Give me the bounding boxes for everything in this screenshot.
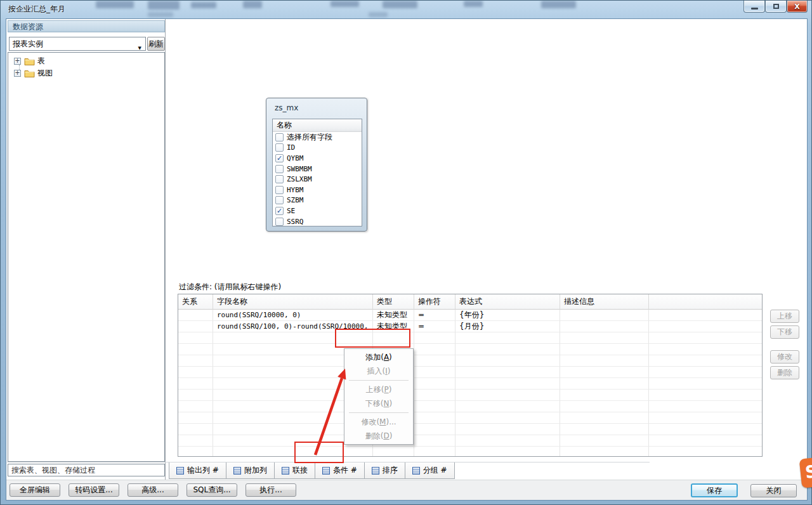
advanced-button[interactable]: 高级... bbox=[128, 483, 178, 497]
tab-sort[interactable]: 排序 bbox=[365, 462, 405, 479]
list-icon bbox=[176, 467, 184, 475]
fullscreen-edit-button[interactable]: 全屏编辑 bbox=[10, 483, 60, 497]
column-header[interactable]: 类型 bbox=[373, 294, 414, 310]
checkbox-checked-icon[interactable]: ✓ bbox=[275, 207, 284, 215]
table-cell bbox=[455, 344, 560, 355]
table-cell bbox=[649, 424, 762, 435]
tab-conditions[interactable]: 条件 # bbox=[315, 462, 365, 479]
filter-conditions-table[interactable]: 关系 字段名称 类型 操作符 表达式 描述信息 round(SSRQ/10000… bbox=[178, 294, 763, 457]
table-cell bbox=[455, 412, 560, 424]
table-cell bbox=[649, 355, 762, 367]
tab-label: 附加列 bbox=[244, 465, 267, 476]
table-cell bbox=[649, 367, 762, 378]
field-list-item[interactable]: ZSLXBM bbox=[273, 174, 362, 185]
maximize-button[interactable] bbox=[765, 1, 787, 13]
checkbox-unchecked-icon[interactable] bbox=[275, 218, 284, 226]
table-cell bbox=[649, 378, 762, 390]
tab-label: 分组 # bbox=[423, 465, 447, 476]
cell-description bbox=[560, 310, 649, 321]
tab-additional-columns[interactable]: 附加列 bbox=[226, 462, 275, 479]
table-cell bbox=[414, 390, 455, 401]
table-empty-row bbox=[178, 401, 762, 412]
cell-type: 未知类型 bbox=[373, 310, 414, 321]
column-header[interactable]: 描述信息 bbox=[560, 294, 649, 310]
field-list-item[interactable]: HYBM bbox=[273, 185, 362, 195]
field-label: 选择所有字段 bbox=[287, 132, 332, 143]
checkbox-unchecked-icon[interactable] bbox=[275, 133, 284, 141]
search-input[interactable] bbox=[8, 464, 165, 476]
expand-icon[interactable]: + bbox=[14, 58, 21, 65]
column-header[interactable]: 关系 bbox=[178, 294, 213, 310]
table-empty-row bbox=[178, 390, 762, 401]
table-cell bbox=[455, 390, 560, 401]
field-list-item[interactable]: SWBMBM bbox=[273, 164, 362, 174]
table-cell bbox=[414, 367, 455, 378]
execute-button[interactable]: 执行... bbox=[246, 483, 296, 497]
checkbox-unchecked-icon[interactable] bbox=[275, 165, 284, 173]
table-cell bbox=[560, 390, 649, 401]
sql-query-button[interactable]: SQL查询... bbox=[187, 483, 237, 497]
dropdown-value: 报表实例 bbox=[13, 39, 43, 48]
close-dialog-button[interactable]: 关闭 bbox=[750, 484, 797, 497]
tree-item-views[interactable]: + 视图 bbox=[8, 67, 164, 79]
table-cell bbox=[178, 332, 213, 344]
field-selector-panel[interactable]: zs_mx 名称 选择所有字段ID✓QYBMSWBMBMZSLXBMHYBMSZ… bbox=[266, 98, 367, 232]
checkbox-unchecked-icon[interactable] bbox=[275, 143, 284, 152]
datasource-dropdown[interactable]: 报表实例 ▼ bbox=[9, 37, 146, 51]
menu-item-move-down: 下移(N) bbox=[344, 397, 413, 410]
menu-separator bbox=[349, 412, 409, 413]
field-label: QYBM bbox=[287, 154, 304, 162]
checkbox-unchecked-icon[interactable] bbox=[275, 196, 284, 204]
table-row[interactable]: round(SSRQ/100, 0)-round(SSRQ/10000, 0..… bbox=[178, 321, 762, 332]
field-list-item[interactable]: SZBM bbox=[273, 195, 362, 206]
save-button[interactable]: 保存 bbox=[691, 483, 738, 497]
field-list[interactable]: 名称 选择所有字段ID✓QYBMSWBMBMZSLXBMHYBMSZBM✓SES… bbox=[272, 119, 362, 226]
expand-icon[interactable]: + bbox=[14, 70, 21, 77]
checkbox-checked-icon[interactable]: ✓ bbox=[275, 154, 284, 162]
table-header-row: 关系 字段名称 类型 操作符 表达式 描述信息 bbox=[178, 294, 762, 310]
table-cell bbox=[649, 435, 762, 447]
list-icon bbox=[282, 467, 289, 475]
column-header[interactable]: 操作符 bbox=[414, 294, 455, 310]
menu-item-delete: 删除(D) bbox=[344, 429, 413, 443]
refresh-button[interactable]: 刷新 bbox=[147, 37, 165, 51]
cell-expression: {年份} bbox=[455, 310, 560, 321]
field-list-item[interactable]: ✓QYBM bbox=[273, 153, 362, 164]
folder-icon bbox=[24, 57, 35, 65]
tree-item-label: 表 bbox=[37, 56, 45, 67]
close-button[interactable]: X bbox=[787, 1, 808, 13]
minimize-button[interactable] bbox=[743, 1, 765, 13]
table-row[interactable]: round(SSRQ/10000, 0) 未知类型 = {年份} bbox=[178, 310, 762, 321]
menu-item-add[interactable]: 添加(A) bbox=[344, 350, 413, 364]
tab-label: 联接 bbox=[292, 465, 308, 476]
table-cell bbox=[178, 344, 213, 355]
table-cell bbox=[178, 401, 213, 412]
column-header[interactable]: 字段名称 bbox=[213, 294, 373, 310]
checkbox-unchecked-icon[interactable] bbox=[275, 175, 284, 183]
tree-item-tables[interactable]: + 表 bbox=[8, 55, 164, 67]
table-cell bbox=[414, 424, 455, 435]
table-cell bbox=[560, 412, 649, 424]
titlebar[interactable]: 按企业汇总_年月 X bbox=[1, 1, 811, 18]
field-list-item[interactable]: ✓SE bbox=[273, 206, 362, 216]
field-list-item[interactable]: ID bbox=[273, 143, 362, 154]
tab-joins[interactable]: 联接 bbox=[275, 462, 315, 479]
tab-group[interactable]: 分组 # bbox=[405, 462, 455, 479]
table-cell bbox=[455, 332, 560, 344]
table-cell bbox=[455, 367, 560, 378]
checkbox-unchecked-icon[interactable] bbox=[275, 186, 284, 194]
transcode-settings-button[interactable]: 转码设置... bbox=[69, 483, 119, 497]
tab-output-columns[interactable]: 输出列 # bbox=[169, 462, 226, 479]
list-icon bbox=[372, 467, 379, 475]
table-cell bbox=[649, 332, 762, 344]
modify-button: 修改 bbox=[770, 350, 799, 364]
window-title: 按企业汇总_年月 bbox=[8, 1, 65, 18]
field-list-item[interactable]: 选择所有字段 bbox=[273, 132, 362, 143]
column-header[interactable]: 表达式 bbox=[455, 294, 560, 310]
cell-field-name: round(SSRQ/10000, 0) bbox=[213, 310, 373, 321]
table-cell bbox=[414, 355, 455, 367]
resource-tree[interactable]: + 表 + 视图 bbox=[8, 52, 165, 462]
field-list-item[interactable]: SSRQ bbox=[273, 216, 362, 226]
maximize-icon bbox=[773, 4, 779, 9]
table-cell bbox=[560, 424, 649, 435]
